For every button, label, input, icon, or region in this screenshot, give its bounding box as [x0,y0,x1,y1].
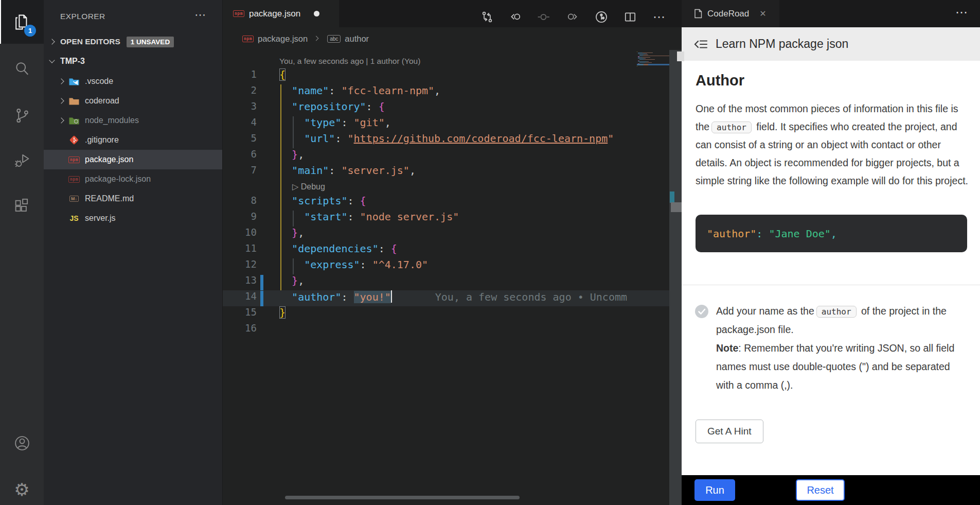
code-text: }, [279,148,304,161]
breadcrumb-symbol[interactable]: author [345,34,369,44]
file-label: package-lock.json [85,175,151,184]
divider [682,285,980,285]
file-icon [694,9,702,19]
split-editor-icon[interactable] [623,10,637,24]
tab-coderoad[interactable]: CodeRoad ✕ [682,0,779,27]
codelens[interactable]: ▷ Debug [223,180,669,195]
lesson-heading: Author [696,72,744,89]
explorer-activity-button[interactable]: 1 [0,0,44,44]
tree-item-coderoad[interactable]: coderoad [44,91,222,111]
line-number: 13 [223,274,257,286]
run-button[interactable]: Run [694,479,735,501]
tab-package-json[interactable]: npm package.json [223,0,339,27]
line-number: 7 [223,164,257,176]
tree-item-package.json[interactable]: npmpackage.json [44,150,222,169]
line-number: 16 [223,322,257,334]
run-debug-activity-button[interactable] [0,138,44,182]
symbol-string-icon: abc [327,35,341,43]
code-text: }, [279,274,304,287]
vscode-window: 1 [0,0,980,505]
git-icon [67,135,81,145]
code-line-16[interactable]: 16 [223,322,669,338]
file-label: server.js [85,214,116,223]
search-icon [13,60,31,78]
line-number: 3 [223,100,257,112]
npm-folder-icon [67,116,81,126]
tree-item-.vscode[interactable]: .vscode [44,72,222,91]
horizontal-scrollbar[interactable] [285,496,520,499]
source-control-graph-icon[interactable] [595,10,608,24]
editor-more-actions-icon[interactable]: ⋯ [652,10,666,24]
chevron-right-icon [57,116,66,125]
tree-item-README.md[interactable]: M↓README.md [44,189,222,208]
code-line-5[interactable]: 5 "url": "https://github.com/coderoad/fc… [223,132,669,148]
editor-scrollbar[interactable] [669,50,682,505]
open-editors-section[interactable]: OPEN EDITORS 1 UNSAVED [44,32,222,51]
unsaved-dot-icon[interactable] [314,11,319,16]
tree-item-node_modules[interactable]: node_modules [44,111,222,130]
code-line-3[interactable]: 3 "repository": { [223,100,669,116]
minimap[interactable] [637,51,669,67]
code-text: "scripts": { [279,195,366,207]
code-text: "repository": { [279,100,385,113]
tree-item-package-lock.json[interactable]: npmpackage-lock.json [44,169,222,189]
code-line-10[interactable]: 10 }, [223,227,669,242]
code-line-1[interactable]: 1{ [223,68,669,84]
tutorial-header: Learn NPM package json [682,27,980,61]
code-line-8[interactable]: 8 "scripts": { [223,195,669,211]
line-number: 4 [223,116,257,128]
account-button[interactable] [0,421,44,465]
line-number: 10 [223,227,257,238]
js-icon: JS [67,214,81,222]
explorer-badge: 1 [24,25,36,37]
inline-blame: You, a few seconds ago • Uncomm [392,291,627,303]
explorer-more-actions-icon[interactable]: ⋯ [194,8,206,22]
folder-icon [67,96,81,106]
extensions-activity-button[interactable] [0,184,44,228]
breadcrumb-file[interactable]: package.json [258,34,308,44]
chevron-spacer [57,155,66,164]
panel-scrollbar-hint [677,51,684,61]
compare-changes-icon[interactable] [480,10,494,24]
settings-button[interactable]: ⚙ [0,467,44,505]
line-number: 9 [223,211,257,222]
npm-file-icon: npm [242,36,254,42]
code-line-9[interactable]: 9 "start": "node server.js" [223,211,669,227]
code-line-6[interactable]: 6 }, [223,148,669,164]
scrollbar-thumb[interactable] [671,202,682,212]
reset-button[interactable]: Reset [796,479,845,501]
chevron-spacer [57,175,66,184]
source-control-activity-button[interactable] [0,93,44,137]
get-hint-button[interactable]: Get A Hint [696,420,763,443]
code-line-7[interactable]: 7 "main": "server.js", [223,164,669,180]
collapse-menu-icon[interactable] [693,38,708,50]
code-line-11[interactable]: 11 "dependencies": { [223,242,669,258]
code-line-4[interactable]: 4 "type": "git", [223,116,669,132]
search-activity-button[interactable] [0,47,44,91]
code-line-13[interactable]: 13 }, [223,274,669,290]
navigate-back-icon[interactable] [509,10,522,24]
explorer-sidebar: EXPLORER ⋯ OPEN EDITORS 1 UNSAVED TMP-3 … [44,0,222,505]
navigate-forward-icon[interactable] [566,10,579,24]
codelens[interactable]: You, a few seconds ago | 1 author (You) [223,55,669,68]
line-number: 14 [223,290,257,302]
panel-tab-bar: CodeRoad ✕ ⋯ [682,0,980,27]
code-line-14[interactable]: 14 "author": "you!"You, a few seconds ag… [223,290,669,306]
file-label: package.json [85,155,133,164]
workspace-root-item[interactable]: TMP-3 [44,51,222,71]
code-line-15[interactable]: 15} [223,306,669,322]
panel-more-actions-icon[interactable]: ⋯ [955,5,968,20]
file-label: node_modules [85,116,139,125]
code-line-2[interactable]: 2 "name": "fcc-learn-npm", [223,84,669,100]
close-icon[interactable]: ✕ [759,9,766,19]
markdown-icon: M↓ [67,196,81,202]
tree-item-.gitignore[interactable]: .gitignore [44,130,222,150]
chevron-right-icon [313,34,321,43]
panel-tab-label: CodeRoad [707,9,749,19]
chevron-spacer [57,194,66,203]
editor-tab-bar: npm package.json [223,0,682,27]
code-line-12[interactable]: 12 "express": "^4.17.0" [223,258,669,274]
code-text: "start": "node server.js" [279,211,459,223]
npm-file-icon: npm [233,10,244,17]
tree-item-server.js[interactable]: JSserver.js [44,208,222,228]
